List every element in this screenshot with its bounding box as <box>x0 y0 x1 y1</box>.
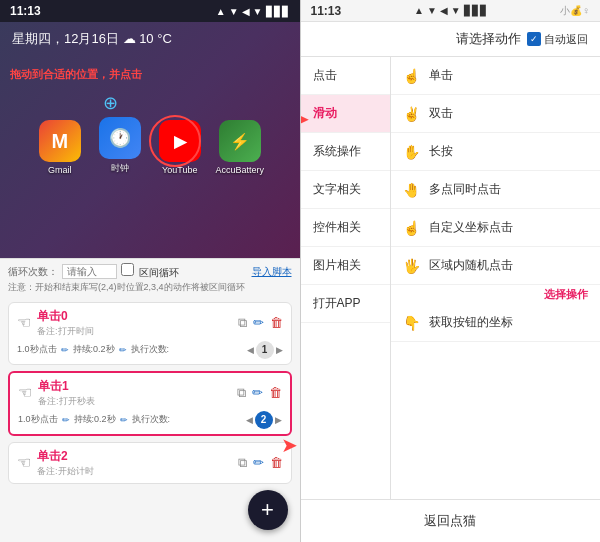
action-title-block-2: 单击2 备注:开始计时 <box>37 448 232 478</box>
action-note-2: 备注:开始计时 <box>37 465 232 478</box>
menu-item-widget[interactable]: 控件相关 <box>301 209 390 247</box>
copy-icon-1[interactable]: ⧉ <box>237 385 246 401</box>
right-status-icons: ▲ ▼ ◀ ▼ ▊▊▊ <box>414 5 488 16</box>
random-click-label: 区域内随机点击 <box>429 257 513 274</box>
right-arrow-count-0[interactable]: ▶ <box>276 345 283 355</box>
date-line: 星期四，12月16日 ☁ 10 °C <box>12 30 172 48</box>
edit-icon-1[interactable]: ✏ <box>252 385 263 400</box>
action-tools-1: ⧉ ✏ 🗑 <box>237 385 282 401</box>
youtube-label: YouTube <box>162 165 197 175</box>
loop-check-label: 区间循环 <box>121 263 179 280</box>
sub-item-single-click[interactable]: ☝ 单击 <box>391 57 601 95</box>
get-coord-icon: 👇 <box>403 315 421 331</box>
edit-dur-1[interactable]: ✏ <box>120 415 128 425</box>
action-title-0: 单击0 <box>37 308 232 325</box>
gmail-label: Gmail <box>48 165 72 175</box>
edit-icon-0[interactable]: ✏ <box>253 315 264 330</box>
sub-item-custom-coord[interactable]: ☝ 自定义坐标点击 <box>391 209 601 247</box>
sub-item-long-press[interactable]: ✋ 长按 <box>391 133 601 171</box>
select-op-label: 选择操作 <box>391 285 601 304</box>
long-press-icon: ✋ <box>403 144 421 160</box>
menu-item-openapp[interactable]: 打开APP <box>301 285 390 323</box>
get-coord-label: 获取按钮的坐标 <box>429 314 513 331</box>
accu-icon: ⚡ <box>219 120 261 162</box>
return-button[interactable]: 返回点猫 <box>301 499 601 542</box>
accu-label: AccuBattery <box>215 165 264 175</box>
clock-label: 时钟 <box>111 162 129 175</box>
long-press-label: 长按 <box>429 143 453 160</box>
action-header-0: ☜ 单击0 备注:打开时间 ⧉ ✏ 🗑 <box>17 308 283 338</box>
delete-icon-1[interactable]: 🗑 <box>269 385 282 400</box>
sub-item-multi-touch[interactable]: 🤚 多点同时点击 <box>391 171 601 209</box>
delete-icon-2[interactable]: 🗑 <box>270 455 283 470</box>
right-arrow-count-1[interactable]: ▶ <box>275 415 282 425</box>
action-tools-2: ⧉ ✏ 🗑 <box>238 455 283 471</box>
right-arrow-annotation: ➤ <box>281 433 298 457</box>
hand-icon-2: ☜ <box>17 453 31 472</box>
left-arrow-count-0[interactable]: ◀ <box>247 345 254 355</box>
edit-time-0[interactable]: ✏ <box>61 345 69 355</box>
loop-input[interactable] <box>62 264 117 279</box>
double-click-icon: ✌ <box>403 106 421 122</box>
app-icon-youtube[interactable]: ▶ YouTube <box>154 120 206 175</box>
copy-icon-0[interactable]: ⧉ <box>238 315 247 331</box>
left-status-icons: ▲ ▼ ◀ ▼ ▊▊▊ <box>216 6 290 17</box>
menu-item-system[interactable]: 系统操作 <box>301 133 390 171</box>
sub-item-get-coord[interactable]: 👇 获取按钮的坐标 <box>391 304 601 342</box>
action-title-1: 单击1 <box>38 378 231 395</box>
delete-icon-0[interactable]: 🗑 <box>270 315 283 330</box>
loop-label: 循环次数： <box>8 265 58 279</box>
random-click-icon: 🖐 <box>403 258 421 274</box>
edit-time-1[interactable]: ✏ <box>62 415 70 425</box>
exec-count-0: ◀ 1 ▶ <box>247 341 283 359</box>
auto-return-checkbox[interactable]: ✓ <box>527 32 541 46</box>
menu-item-slide[interactable]: 滑动 <box>301 95 390 133</box>
time-1: 1.0秒点击 <box>18 413 58 426</box>
menu-item-click[interactable]: 点击 <box>301 57 390 95</box>
menu-right: ☝ 单击 ✌ 双击 ✋ 长按 🤚 多点同时点击 ☝ 自定义坐标点击 🖐 区域内随 <box>391 57 601 499</box>
add-action-fab[interactable]: + <box>248 490 288 530</box>
custom-coord-icon: ☝ <box>403 220 421 236</box>
import-script-button[interactable]: 导入脚本 <box>252 265 292 279</box>
selector-title: 请选择动作 <box>456 30 521 48</box>
action-note-1: 备注:打开秒表 <box>38 395 231 408</box>
multi-touch-icon: 🤚 <box>403 182 421 198</box>
action-header-1: ☜ 单击1 备注:打开秒表 ⧉ ✏ 🗑 <box>18 378 282 408</box>
edit-icon-2[interactable]: ✏ <box>253 455 264 470</box>
app-icon-accu[interactable]: ⚡ AccuBattery <box>214 120 266 175</box>
right-status-bar: 11:13 ▲ ▼ ◀ ▼ ▊▊▊ 小💰♀ <box>301 0 601 22</box>
copy-icon-2[interactable]: ⧉ <box>238 455 247 471</box>
youtube-icon: ▶ <box>159 120 201 162</box>
gmail-icon: M <box>39 120 81 162</box>
exec-count-1: ◀ 2 ▶ <box>246 411 282 429</box>
crosshair-icon: ⊕ <box>103 92 118 114</box>
single-click-icon: ☝ <box>403 68 421 84</box>
action-header-2: ☜ 单击2 备注:开始计时 ⧉ ✏ 🗑 <box>17 448 283 478</box>
action-item-1: ☜ 单击1 备注:打开秒表 ⧉ ✏ 🗑 1.0秒点击 ✏ 持续:0.2秒 ✏ 执… <box>8 371 292 436</box>
left-time: 11:13 <box>10 4 41 18</box>
menu-item-image[interactable]: 图片相关 <box>301 247 390 285</box>
time-0: 1.0秒点击 <box>17 343 57 356</box>
sub-item-random-click[interactable]: 🖐 区域内随机点击 <box>391 247 601 285</box>
multi-touch-label: 多点同时点击 <box>429 181 501 198</box>
left-panel: 11:13 ▲ ▼ ◀ ▼ ▊▊▊ 星期四，12月16日 ☁ 10 °C 拖动到… <box>0 0 300 542</box>
left-arrow-count-1[interactable]: ◀ <box>246 415 253 425</box>
menu-item-text[interactable]: 文字相关 <box>301 171 390 209</box>
action-list: ☜ 单击0 备注:打开时间 ⧉ ✏ 🗑 1.0秒点击 ✏ 持续:0.2秒 ✏ 执… <box>0 298 300 542</box>
left-status-bar: 11:13 ▲ ▼ ◀ ▼ ▊▊▊ <box>0 0 300 22</box>
loop-checkbox[interactable] <box>121 263 134 276</box>
hand-icon-0: ☜ <box>17 313 31 332</box>
menu-left: 点击 滑动 系统操作 文字相关 控件相关 图片相关 打开APP <box>301 57 391 499</box>
edit-dur-0[interactable]: ✏ <box>119 345 127 355</box>
app-icon-clock[interactable]: 🕐 时钟 <box>94 117 146 175</box>
exec-label-0: 执行次数: <box>131 343 170 356</box>
double-click-label: 双击 <box>429 105 453 122</box>
right-panel: 11:13 ▲ ▼ ◀ ▼ ▊▊▊ 小💰♀ 请选择动作 ✓ 自动返回 ➤ 点击 … <box>301 0 601 542</box>
action-note-0: 备注:打开时间 <box>37 325 232 338</box>
drag-hint: 拖动到合适的位置，并点击 <box>10 67 142 81</box>
loop-row: 循环次数： 区间循环 导入脚本 <box>8 263 292 280</box>
action-title-block-1: 单击1 备注:打开秒表 <box>38 378 231 408</box>
sub-item-double-click[interactable]: ✌ 双击 <box>391 95 601 133</box>
app-icon-gmail[interactable]: M Gmail <box>34 120 86 175</box>
home-area: 星期四，12月16日 ☁ 10 °C 拖动到合适的位置，并点击 M Gmail … <box>0 22 300 258</box>
